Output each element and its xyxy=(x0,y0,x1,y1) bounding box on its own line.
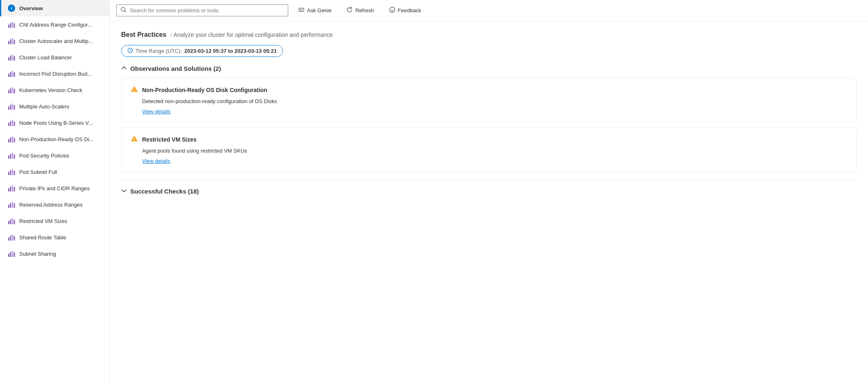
sidebar-item-label: Shared Route Table xyxy=(19,234,66,241)
svg-rect-32 xyxy=(8,155,9,159)
sidebar-item-non-production-os[interactable]: Non-Production-Ready OS Di... xyxy=(0,131,109,147)
svg-rect-17 xyxy=(10,88,11,93)
card-header: ! Non-Production-Ready OS Disk Configura… xyxy=(131,86,847,94)
time-range-pill[interactable]: Time Range (UTC): 2023-03-12 05:37 to 20… xyxy=(121,45,283,57)
svg-rect-39 xyxy=(14,171,15,175)
sidebar-item-shared-route-table[interactable]: Shared Route Table xyxy=(0,229,109,245)
toolbar: Ask Genie Refresh Feedback xyxy=(110,0,868,21)
search-input[interactable] xyxy=(130,7,284,14)
chevron-up-icon xyxy=(121,65,127,72)
sidebar-item-label: Multiple Auto-Scalers xyxy=(19,104,69,110)
sidebar-item-pod-security-policies[interactable]: Pod Security Policies xyxy=(0,147,109,164)
svg-rect-16 xyxy=(8,90,9,93)
sidebar-item-label: Private IPs and CIDR Ranges xyxy=(19,185,90,191)
view-details-link[interactable]: View details xyxy=(131,108,170,115)
svg-rect-12 xyxy=(8,74,9,77)
search-box[interactable] xyxy=(116,5,288,16)
sidebar-item-label: Non-Production-Ready OS Di... xyxy=(19,136,93,142)
main-content: Ask Genie Refresh Feedback xyxy=(110,0,868,385)
clock-icon xyxy=(127,47,133,54)
sidebar-item-restricted-vm[interactable]: Restricted VM Sizes xyxy=(0,213,109,229)
svg-rect-28 xyxy=(8,139,9,142)
refresh-button[interactable]: Refresh xyxy=(341,4,379,17)
svg-rect-40 xyxy=(8,188,9,191)
sidebar-item-pod-subnet-full[interactable]: Pod Subnet Full xyxy=(0,164,109,180)
info-icon: i xyxy=(8,5,15,12)
svg-rect-42 xyxy=(12,185,13,191)
svg-rect-6 xyxy=(12,38,13,44)
chart-icon xyxy=(8,54,15,61)
svg-rect-38 xyxy=(12,169,13,175)
successful-checks-title: Successful Checks (18) xyxy=(130,188,199,195)
chart-icon xyxy=(8,185,15,192)
svg-rect-5 xyxy=(10,39,11,44)
svg-rect-4 xyxy=(8,41,9,44)
sidebar-item-kubernetes-version[interactable]: Kubernetes Version Check xyxy=(0,82,109,98)
observation-card-obs1: ! Non-Production-Ready OS Disk Configura… xyxy=(121,78,857,122)
search-icon xyxy=(121,7,127,14)
sidebar-item-private-ips[interactable]: Private IPs and CIDR Ranges xyxy=(0,180,109,196)
feedback-button[interactable]: Feedback xyxy=(384,4,426,17)
sidebar-item-label: Cluster Autoscaler and Multip... xyxy=(19,38,93,44)
ask-genie-label: Ask Genie xyxy=(307,7,332,14)
svg-text:!: ! xyxy=(134,137,135,142)
ask-genie-icon xyxy=(298,7,305,14)
svg-rect-59 xyxy=(14,252,15,257)
svg-rect-26 xyxy=(12,120,13,126)
sidebar-item-incorrect-pod-disruption[interactable]: Incorrect Pod Disruption Bud... xyxy=(0,65,109,82)
sidebar-item-multiple-auto-scalers[interactable]: Multiple Auto-Scalers xyxy=(0,98,109,115)
svg-rect-10 xyxy=(12,54,13,61)
chart-icon xyxy=(8,250,15,257)
sidebar-item-cluster-load-balancer[interactable]: Cluster Load Balancer xyxy=(0,49,109,65)
svg-point-65 xyxy=(393,9,393,10)
svg-rect-54 xyxy=(12,234,13,241)
svg-rect-35 xyxy=(14,154,15,159)
page-title: Best Practices xyxy=(121,31,166,38)
sidebar-item-label: Kubernetes Version Check xyxy=(19,87,82,93)
svg-rect-13 xyxy=(10,72,11,77)
sidebar-item-cni-address[interactable]: CNI Address Range Configur... xyxy=(0,16,109,33)
svg-rect-57 xyxy=(10,252,11,257)
svg-rect-25 xyxy=(10,121,11,126)
time-range-label: Time Range (UTC): xyxy=(136,48,182,54)
svg-rect-7 xyxy=(14,40,15,44)
successful-checks-header[interactable]: Successful Checks (18) xyxy=(121,188,857,195)
svg-rect-11 xyxy=(14,56,15,61)
sidebar-item-node-pools[interactable]: Node Pools Using B-Series V... xyxy=(0,115,109,131)
svg-rect-50 xyxy=(12,218,13,224)
svg-point-64 xyxy=(391,9,391,10)
svg-rect-46 xyxy=(12,202,13,208)
chart-icon xyxy=(8,201,15,208)
observations-section-title: Observations and Solutions (2) xyxy=(130,65,221,72)
chart-icon xyxy=(8,217,15,225)
svg-rect-49 xyxy=(10,219,11,224)
chart-icon xyxy=(8,21,15,28)
successful-checks-section: Successful Checks (18) xyxy=(121,180,857,195)
sidebar-item-reserved-address[interactable]: Reserved Address Ranges xyxy=(0,196,109,213)
svg-rect-36 xyxy=(8,172,9,175)
svg-rect-8 xyxy=(8,57,9,61)
sidebar-item-overview[interactable]: i Overview xyxy=(0,0,109,16)
svg-rect-14 xyxy=(12,71,13,77)
sidebar-item-label: Incorrect Pod Disruption Bud... xyxy=(19,71,92,77)
svg-rect-51 xyxy=(14,220,15,224)
ask-genie-button[interactable]: Ask Genie xyxy=(293,4,337,17)
svg-rect-15 xyxy=(14,72,15,77)
sidebar-item-label: Pod Subnet Full xyxy=(19,169,57,175)
view-details-link[interactable]: View details xyxy=(131,158,170,164)
card-description: Detected non-production-ready configurat… xyxy=(131,98,847,104)
card-header: ! Restricted VM Sizes xyxy=(131,135,847,144)
svg-rect-48 xyxy=(8,221,9,224)
svg-rect-47 xyxy=(14,203,15,208)
svg-rect-52 xyxy=(8,237,9,241)
observations-section-header[interactable]: Observations and Solutions (2) xyxy=(121,65,857,72)
sidebar-item-cluster-autoscaler[interactable]: Cluster Autoscaler and Multip... xyxy=(0,33,109,49)
sidebar-item-label: Reserved Address Ranges xyxy=(19,202,83,208)
warning-icon: ! xyxy=(131,86,138,94)
chevron-down-icon xyxy=(121,188,127,195)
svg-rect-33 xyxy=(10,154,11,159)
card-description: Agent pools found using restricted VM SK… xyxy=(131,148,847,154)
sidebar-item-subnet-sharing[interactable]: Subnet Sharing xyxy=(0,245,109,262)
svg-rect-3 xyxy=(14,23,15,28)
chart-icon xyxy=(8,119,15,126)
